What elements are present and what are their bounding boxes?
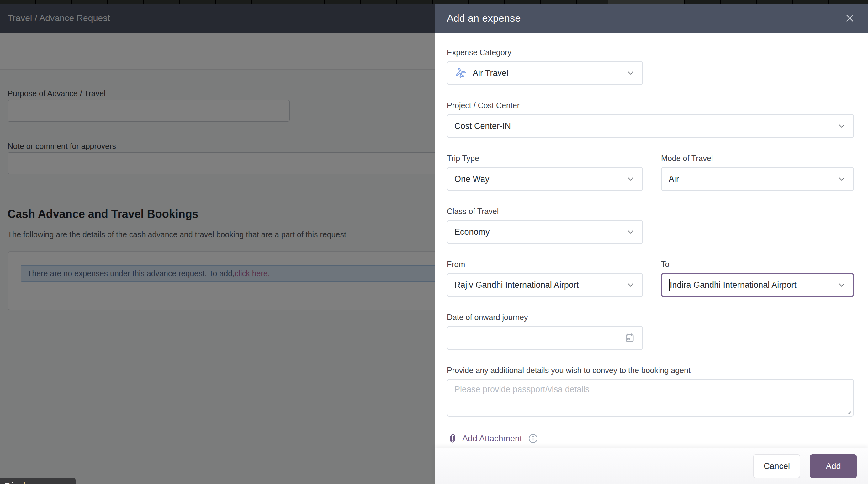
mode-of-travel-select[interactable]: Air xyxy=(661,167,854,191)
chevron-down-icon xyxy=(626,227,635,237)
expense-category-value: Air Travel xyxy=(472,68,626,78)
trip-type-select[interactable]: One Way xyxy=(447,167,643,191)
class-of-travel-label: Class of Travel xyxy=(447,206,643,216)
display-menu-tooltip: Display a menu xyxy=(0,478,75,484)
info-circle-icon xyxy=(527,433,539,444)
add-expense-panel: Add an expense Expense Category Air Trav… xyxy=(435,4,868,484)
panel-footer: Cancel Add xyxy=(435,448,868,484)
mode-of-travel-label: Mode of Travel xyxy=(661,154,854,163)
panel-body: Expense Category Air Travel Project / Co… xyxy=(435,33,868,448)
mode-of-travel-value: Air xyxy=(669,174,837,184)
add-attachment-label: Add Attachment xyxy=(462,434,522,444)
chevron-down-icon xyxy=(626,68,635,78)
trip-type-value: One Way xyxy=(454,174,626,184)
date-onward-label: Date of onward journey xyxy=(447,313,643,322)
add-attachment-button[interactable]: Add Attachment xyxy=(447,432,522,445)
panel-title: Add an expense xyxy=(447,12,521,24)
date-onward-input[interactable] xyxy=(447,326,643,350)
chevron-down-icon xyxy=(837,174,846,184)
expense-category-label: Expense Category xyxy=(447,47,643,57)
expense-category-select[interactable]: Air Travel xyxy=(447,61,643,85)
class-of-travel-select[interactable]: Economy xyxy=(447,220,643,244)
cancel-button[interactable]: Cancel xyxy=(753,454,800,478)
close-icon xyxy=(844,12,856,24)
top-strip xyxy=(0,0,868,4)
from-select[interactable]: Rajiv Gandhi International Airport xyxy=(447,273,643,297)
text-caret xyxy=(669,279,670,291)
project-cost-center-select[interactable]: Cost Center-IN xyxy=(447,114,854,138)
to-select[interactable]: Indira Gandhi International Airport xyxy=(661,273,854,297)
to-value: Indira Gandhi International Airport xyxy=(670,280,837,290)
trip-type-label: Trip Type xyxy=(447,154,643,163)
additional-details-label: Provide any additional details you wish … xyxy=(447,365,854,375)
from-label: From xyxy=(447,260,643,269)
close-button[interactable] xyxy=(842,11,857,26)
chevron-down-icon xyxy=(837,280,846,290)
resize-handle[interactable] xyxy=(847,410,851,414)
top-strip-segment xyxy=(608,0,684,4)
panel-header: Add an expense xyxy=(435,4,868,33)
attachment-info-button[interactable] xyxy=(527,433,539,444)
chevron-down-icon xyxy=(626,174,635,184)
paperclip-icon xyxy=(447,432,458,445)
airplane-icon xyxy=(453,65,468,81)
calendar-icon[interactable] xyxy=(624,332,635,344)
to-label: To xyxy=(661,260,854,269)
from-value: Rajiv Gandhi International Airport xyxy=(454,280,626,290)
class-of-travel-value: Economy xyxy=(454,227,626,237)
project-cost-center-value: Cost Center-IN xyxy=(454,121,837,131)
additional-details-textarea[interactable] xyxy=(447,379,854,417)
project-cost-center-label: Project / Cost Center xyxy=(447,101,854,110)
chevron-down-icon xyxy=(837,121,846,131)
chevron-down-icon xyxy=(626,280,635,290)
add-button[interactable]: Add xyxy=(810,454,857,478)
